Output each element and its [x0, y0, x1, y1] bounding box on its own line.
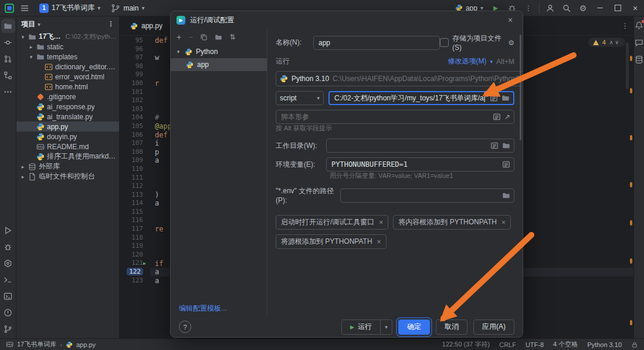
- chip-remove-icon[interactable]: ×: [501, 218, 506, 227]
- run-options-chevron[interactable]: ▾: [381, 319, 392, 335]
- search-icon[interactable]: [558, 0, 575, 16]
- ai-assistant-icon[interactable]: [635, 38, 643, 47]
- env-vars-field[interactable]: [326, 157, 514, 171]
- settings-gear-icon[interactable]: ⚙: [575, 0, 591, 16]
- gutter-line-number[interactable]: 122: [120, 268, 150, 277]
- env-file-input[interactable]: [344, 191, 499, 200]
- project-switcher[interactable]: 1 17飞书单词库 ▾: [35, 2, 104, 14]
- browse-folder-icon[interactable]: [501, 94, 510, 102]
- tree-item-douyin.py[interactable]: douyin.py: [16, 132, 119, 142]
- project-panel-header[interactable]: 项目 ▾ ⋮: [16, 16, 119, 32]
- tree-item--[interactable]: ▸外部库: [16, 161, 119, 171]
- option-chip[interactable]: 将源根添加到 PYTHONPATH×: [276, 234, 387, 249]
- gutter-line-number[interactable]: 101: [120, 88, 150, 97]
- main-menu-icon[interactable]: [16, 0, 33, 16]
- gutter-line-number[interactable]: 108: [120, 148, 150, 157]
- interpreter-field[interactable]: Python 3.10 C:\Users\HAIFEN\AppData\Loca…: [276, 71, 523, 86]
- tree-item-ai_translate.py[interactable]: ai_translate.py: [16, 112, 119, 122]
- tree-item--markdown.py[interactable]: 排序工具使用markdown.py: [16, 152, 119, 161]
- tree-item-17-[interactable]: ▾17飞书单词库C:\02-文档\python学习\my_toys: [16, 32, 119, 42]
- tool-windows-icon[interactable]: [6, 341, 13, 348]
- script-params-input[interactable]: [280, 112, 489, 122]
- warning-stripe-mark[interactable]: [630, 182, 632, 187]
- name-input[interactable]: [317, 38, 436, 48]
- gutter-line-number[interactable]: 110: [120, 165, 150, 174]
- run-tool-icon[interactable]: [1, 223, 15, 237]
- caret-position[interactable]: 122:50 (37 字符): [442, 340, 490, 349]
- copy-config-icon[interactable]: [200, 33, 208, 41]
- indent-setting[interactable]: 4 个空格: [553, 340, 578, 349]
- maximize-button[interactable]: [609, 0, 626, 16]
- gutter-line-number[interactable]: 109: [120, 156, 150, 165]
- chip-remove-icon[interactable]: ×: [377, 238, 381, 246]
- gutter-line-number[interactable]: 106: [120, 131, 150, 140]
- edit-env-vars-icon[interactable]: [502, 160, 510, 169]
- help-button[interactable]: ?: [179, 321, 191, 333]
- gutter-line-number[interactable]: 107: [120, 139, 150, 148]
- store-settings-gear-icon[interactable]: ⚙: [508, 39, 514, 46]
- branch-widget[interactable]: main ▾: [107, 2, 148, 14]
- editor-scrollbar[interactable]: [626, 42, 629, 89]
- workdir-field[interactable]: [326, 139, 514, 153]
- commit-tool-icon[interactable]: [1, 35, 15, 49]
- sort-configs-icon[interactable]: ⇅: [229, 33, 235, 41]
- gutter-line-number[interactable]: 117: [120, 225, 150, 234]
- run-gutter-icon[interactable]: ▶: [143, 261, 146, 266]
- dialog-close-icon[interactable]: ×: [504, 15, 517, 25]
- gutter-line-number[interactable]: 114: [120, 199, 150, 208]
- add-config-icon[interactable]: +: [177, 33, 181, 41]
- chevron-open-icon[interactable]: ▾: [20, 34, 26, 40]
- store-as-project-file-checkbox[interactable]: [440, 38, 449, 47]
- gutter-line-number[interactable]: 112: [120, 182, 150, 191]
- workdir-input[interactable]: [330, 141, 487, 150]
- script-params-field[interactable]: ↗: [276, 110, 514, 124]
- warning-stripe-mark[interactable]: [630, 88, 632, 93]
- config-group-python[interactable]: ▾ Python: [171, 45, 267, 58]
- gutter-line-number[interactable]: 99: [120, 70, 150, 79]
- tree-item-dictionary_editor.html[interactable]: dictionary_editor.html: [16, 62, 119, 72]
- tree-item-templates[interactable]: ▾templates: [16, 52, 119, 62]
- gutter-line-number[interactable]: 118: [120, 234, 150, 243]
- env-vars-input[interactable]: [330, 160, 499, 169]
- script-path-field[interactable]: [328, 91, 514, 105]
- gutter-line-number[interactable]: 100: [120, 79, 150, 88]
- gutter-line-number[interactable]: 115: [120, 208, 150, 217]
- file-encoding[interactable]: UTF-8: [526, 341, 544, 348]
- debug-tool-icon[interactable]: [1, 240, 15, 254]
- dialog-title-bar[interactable]: ▶ 运行/调试配置 ×: [171, 11, 523, 29]
- remove-config-icon[interactable]: −: [188, 33, 193, 41]
- user-icon[interactable]: [542, 0, 558, 16]
- more-options-icon[interactable]: ⋮: [107, 20, 114, 28]
- chevron-open-icon[interactable]: ▾: [28, 54, 34, 60]
- browse-folder-icon[interactable]: [502, 142, 510, 150]
- structure-tool-icon[interactable]: [1, 68, 15, 82]
- insert-macros-icon[interactable]: [490, 94, 498, 102]
- tab-options-icon[interactable]: ⋮: [622, 22, 629, 30]
- line-ending[interactable]: CRLF: [499, 341, 516, 348]
- env-file-field[interactable]: [340, 189, 514, 203]
- modify-options-link[interactable]: 修改选项(M): [448, 56, 486, 66]
- gutter-line-number[interactable]: 96: [120, 45, 150, 54]
- database-icon[interactable]: [635, 55, 643, 64]
- edit-config-templates-link[interactable]: 编辑配置模板...: [179, 304, 227, 314]
- warning-stripe-mark[interactable]: [630, 220, 632, 226]
- gutter-line-number[interactable]: 97: [120, 53, 150, 62]
- tree-item-error_word.html[interactable]: error_word.html: [16, 72, 119, 82]
- editor-tab-app-py[interactable]: app.py: [124, 16, 168, 35]
- chevron-closed-icon[interactable]: ▸: [20, 164, 26, 170]
- ok-button[interactable]: 确定: [398, 319, 430, 335]
- breadcrumb-project[interactable]: 17飞书单词库: [17, 340, 56, 349]
- gutter-line-number[interactable]: 104: [120, 113, 150, 122]
- gutter-line-number[interactable]: 116: [120, 216, 150, 225]
- prev-next-problem-icons[interactable]: ∧∨: [609, 39, 621, 45]
- gutter-line-number[interactable]: 95: [120, 36, 150, 45]
- inspections-widget[interactable]: 4 ∧∨: [588, 38, 625, 47]
- warning-stripe-mark[interactable]: [630, 320, 632, 325]
- warning-stripe-mark[interactable]: [630, 258, 632, 264]
- run-button[interactable]: ▶ 运行: [341, 319, 381, 335]
- target-type-combo[interactable]: script ▾: [276, 91, 324, 105]
- tree-item-app.py[interactable]: app.py: [16, 122, 119, 132]
- gutter-line-number[interactable]: 119: [120, 242, 150, 251]
- gutter-line-number[interactable]: 113: [120, 191, 150, 200]
- folder-icon[interactable]: [215, 33, 222, 41]
